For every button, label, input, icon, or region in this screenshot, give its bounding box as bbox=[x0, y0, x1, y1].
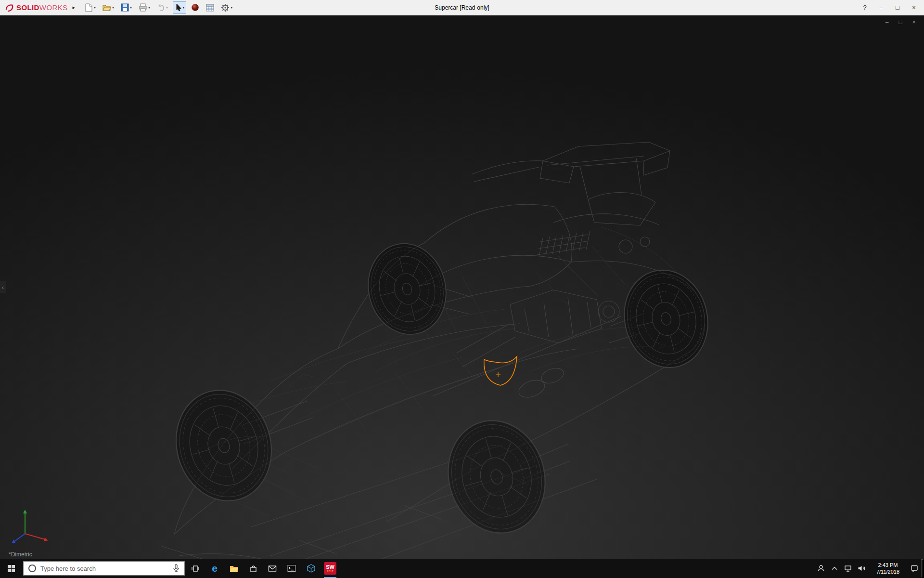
action-center-button[interactable] bbox=[908, 559, 921, 578]
system-tray: 2:43 PM 7/11/2018 bbox=[814, 559, 924, 578]
feature-tree-collapse-arrow[interactable]: ‹ bbox=[0, 281, 6, 293]
sw-letters: SW bbox=[326, 565, 334, 570]
cube-app-icon bbox=[307, 564, 315, 573]
microphone-icon[interactable] bbox=[172, 564, 180, 573]
solidworks-app-icon: SW 2017 bbox=[324, 562, 336, 575]
volume-button[interactable] bbox=[855, 559, 868, 578]
console-button[interactable] bbox=[282, 559, 301, 578]
task-view-button[interactable] bbox=[186, 559, 205, 578]
maximize-button[interactable]: □ bbox=[890, 2, 905, 13]
titlebar: SOLIDWORKS ▸ ▾ ▾ ▾ bbox=[0, 0, 924, 15]
undo-button[interactable]: ▾ bbox=[155, 1, 170, 14]
open-folder-icon bbox=[103, 4, 111, 12]
brand-solid: SOLID bbox=[16, 3, 39, 12]
taskbar-clock[interactable]: 2:43 PM 7/11/2018 bbox=[868, 559, 908, 578]
wheel-rear-left bbox=[435, 409, 558, 545]
save-floppy-icon bbox=[121, 3, 129, 12]
chevron-down-icon: ▾ bbox=[148, 5, 150, 10]
toolbar-flyout-arrow[interactable]: ▸ bbox=[70, 4, 78, 11]
undo-arrow-icon bbox=[157, 4, 165, 12]
wireframe-car[interactable] bbox=[0, 15, 924, 559]
wireframe-detail bbox=[202, 227, 683, 516]
chevron-down-icon: ▾ bbox=[182, 5, 184, 10]
taskbar: e bbox=[0, 559, 924, 578]
taskbar-search[interactable] bbox=[23, 561, 185, 576]
help-button[interactable]: ? bbox=[858, 2, 872, 13]
view-orientation-label: *Dimetric bbox=[9, 551, 32, 558]
file-explorer-button[interactable] bbox=[224, 559, 244, 578]
window-controls: ? – □ × bbox=[858, 2, 921, 13]
command-prompt-icon bbox=[287, 565, 296, 572]
select-cursor-icon bbox=[175, 3, 181, 12]
mail-envelope-icon bbox=[268, 565, 277, 572]
task-view-icon bbox=[191, 565, 200, 573]
document-title: Supercar [Read-only] bbox=[435, 4, 489, 11]
network-icon bbox=[844, 565, 852, 572]
graphics-area[interactable]: – □ × ‹ *Dimetric bbox=[0, 15, 924, 559]
chevron-up-icon bbox=[831, 565, 838, 571]
new-document-icon bbox=[85, 3, 93, 12]
edge-icon: e bbox=[212, 563, 218, 574]
design-table-button[interactable] bbox=[204, 1, 216, 14]
solidworks-taskbar-button[interactable]: SW 2017 bbox=[321, 559, 340, 578]
edge-button[interactable]: e bbox=[205, 559, 224, 578]
cortana-icon bbox=[28, 564, 37, 573]
search-input[interactable] bbox=[40, 565, 168, 572]
select-button[interactable]: ▾ bbox=[173, 1, 186, 14]
chevron-down-icon: ▾ bbox=[94, 5, 96, 10]
solidworks-logo: SOLIDWORKS bbox=[3, 3, 70, 12]
mail-button[interactable] bbox=[263, 559, 282, 578]
solidworks-logo-text: SOLIDWORKS bbox=[16, 3, 68, 12]
minimize-button[interactable]: – bbox=[874, 2, 888, 13]
close-button[interactable]: × bbox=[907, 2, 921, 13]
windows-logo-icon bbox=[7, 565, 15, 573]
clock-date: 7/11/2018 bbox=[876, 568, 899, 575]
document-window-controls: – □ × bbox=[883, 18, 918, 26]
chevron-down-icon: ▾ bbox=[112, 5, 114, 10]
network-button[interactable] bbox=[841, 559, 855, 578]
wheel-front-right bbox=[359, 236, 456, 343]
cube-app-button[interactable] bbox=[301, 559, 321, 578]
appearance-sphere-button[interactable] bbox=[189, 1, 201, 14]
doc-close-button[interactable]: × bbox=[910, 18, 918, 26]
show-desktop-button[interactable] bbox=[921, 559, 924, 578]
file-explorer-icon bbox=[230, 565, 239, 572]
clock-time: 2:43 PM bbox=[878, 562, 898, 568]
design-table-icon bbox=[206, 4, 214, 12]
print-button[interactable]: ▾ bbox=[137, 1, 152, 14]
doc-restore-button[interactable]: □ bbox=[896, 18, 905, 26]
start-button[interactable] bbox=[0, 559, 22, 578]
tray-expand-button[interactable] bbox=[828, 559, 841, 578]
store-bag-icon bbox=[249, 565, 257, 573]
people-icon bbox=[817, 565, 825, 572]
gear-icon bbox=[221, 3, 230, 12]
wheel-rear-right bbox=[614, 261, 718, 376]
chevron-down-icon: ▾ bbox=[166, 5, 168, 10]
action-center-icon bbox=[911, 565, 918, 572]
chevron-down-icon: ▾ bbox=[231, 5, 232, 10]
speaker-icon bbox=[858, 565, 866, 572]
options-button[interactable]: ▾ bbox=[219, 1, 234, 14]
sw-year: 2017 bbox=[327, 570, 333, 573]
chevron-down-icon: ▾ bbox=[130, 5, 132, 10]
store-button[interactable] bbox=[244, 559, 263, 578]
screen: SOLIDWORKS ▸ ▾ ▾ ▾ bbox=[0, 0, 924, 578]
standard-toolbar: ▾ ▾ ▾ ▾ bbox=[83, 1, 234, 14]
solidworks-logo-mark bbox=[5, 3, 14, 12]
printer-icon bbox=[139, 3, 147, 12]
save-button[interactable]: ▾ bbox=[119, 1, 134, 14]
open-document-button[interactable]: ▾ bbox=[101, 1, 116, 14]
wheel-front-left bbox=[163, 379, 284, 512]
appearance-sphere-icon bbox=[191, 3, 199, 12]
new-document-button[interactable]: ▾ bbox=[83, 1, 98, 14]
brand-works: WORKS bbox=[39, 3, 68, 12]
doc-minimize-button[interactable]: – bbox=[883, 18, 891, 26]
people-button[interactable] bbox=[814, 559, 828, 578]
orientation-triad[interactable] bbox=[9, 506, 55, 543]
